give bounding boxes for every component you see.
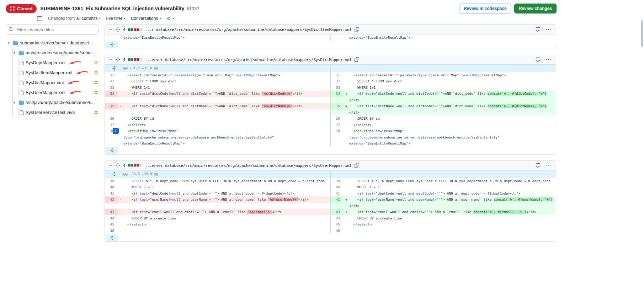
- expand-diff-button[interactable]: [106, 41, 118, 48]
- collapse-file-chevron-icon[interactable]: [108, 27, 113, 32]
- tree-file-item[interactable]: SysUserMapper.xml: [6, 88, 99, 98]
- line-number[interactable]: 45: [331, 221, 344, 228]
- line-number[interactable]: 34: [331, 91, 344, 97]
- tree-file-item[interactable]: SysDictMapper.xml: [6, 78, 99, 88]
- tree-folder-item[interactable]: ▾main/resources/org/apache/subm...: [6, 48, 99, 58]
- line-number[interactable]: 46: [105, 228, 118, 234]
- diff-line-old: 36 ORDER BY id: [105, 115, 330, 122]
- file-kebab-menu-icon[interactable]: [546, 27, 551, 32]
- tree-file-item[interactable]: SysUserServiceTest.java: [6, 108, 99, 118]
- file-changes-count: 4: [123, 163, 125, 168]
- file-tree-toggle-icon[interactable]: [37, 16, 42, 21]
- chevron-down-icon[interactable]: ▾: [8, 41, 11, 45]
- file-comment-icon[interactable]: [536, 27, 541, 32]
- conversations-dropdown[interactable]: Conversations ▾: [131, 16, 161, 21]
- diff-code-row: 40 WHERE 1 = 140 WHERE 1 = 1: [105, 184, 556, 190]
- copy-path-icon[interactable]: [355, 57, 359, 62]
- page-scrollbar-thumb[interactable]: [641, 20, 643, 47]
- diff-settings-dropdown[interactable]: ⚙ ▾: [167, 16, 174, 21]
- code-text: ORDER BY a.create_time: [349, 215, 556, 222]
- code-text: WHERE 1=1: [123, 85, 330, 91]
- expand-hunk-icon[interactable]: [105, 172, 123, 176]
- line-number[interactable]: 45: [105, 221, 118, 228]
- diff-sign: -: [118, 103, 123, 109]
- tree-folder-item[interactable]: ▾test/java/org/apache/submarine/s...: [6, 98, 99, 108]
- diff-line-new: 45 </select>: [331, 221, 556, 228]
- diff-file-section: 4...erver-database/src/main/resources/or…: [105, 160, 556, 242]
- review-in-codespace-button[interactable]: Review in codespace: [459, 4, 511, 13]
- code-text: <if test="email!=null and email!=''"> AN…: [123, 209, 330, 215]
- file-modified-status-square: [95, 71, 97, 74]
- line-number[interactable]: 42: [105, 196, 118, 203]
- file-icon: [19, 91, 24, 95]
- line-number[interactable]: 35: [105, 103, 118, 109]
- line-number[interactable]: 40: [105, 184, 118, 190]
- line-number[interactable]: 33: [331, 85, 344, 91]
- chevron-down-icon[interactable]: ▾: [14, 51, 17, 55]
- line-number[interactable]: 44: [331, 215, 344, 222]
- line-number[interactable]: 37: [331, 122, 344, 128]
- file-comment-icon[interactable]: [536, 163, 541, 168]
- diff-line-new: 33 WHERE 1=1: [331, 85, 556, 91]
- file-kebab-menu-icon[interactable]: [546, 57, 551, 62]
- line-number[interactable]: 39: [331, 178, 344, 184]
- expand-diff-button[interactable]: [106, 147, 118, 154]
- line-number[interactable]: 31: [105, 72, 118, 78]
- copy-path-icon[interactable]: [355, 27, 359, 32]
- line-number[interactable]: 33: [105, 85, 118, 91]
- diff-line-old: 33 WHERE 1=1: [105, 85, 330, 91]
- line-number[interactable]: 40: [331, 184, 344, 190]
- diff-code-row: 37 </select>37 </select>: [105, 122, 556, 128]
- tree-folder-item[interactable]: ▾submarine-server/server-database/...: [6, 38, 99, 48]
- collapse-file-chevron-icon[interactable]: [108, 58, 113, 62]
- drag-file-handle-icon[interactable]: [116, 27, 120, 32]
- changes-from-dropdown[interactable]: Changes from all commits ▾: [48, 16, 100, 21]
- line-number[interactable]: 34: [105, 91, 118, 97]
- file-filter-dropdown[interactable]: File filter ▾: [106, 16, 125, 21]
- line-number[interactable]: 36: [105, 115, 118, 122]
- code-text: <if test="deptCode!=null and deptCode!='…: [349, 190, 556, 197]
- collapse-file-chevron-icon[interactable]: [108, 163, 113, 168]
- expand-hunk-icon[interactable]: [105, 66, 123, 71]
- tree-file-item[interactable]: SysDeptMapper.xml: [6, 58, 99, 68]
- copy-path-icon[interactable]: [355, 163, 359, 168]
- line-number[interactable]: 43: [331, 209, 344, 215]
- diff-line-old: extends="BaseEntityResultMap">: [105, 34, 330, 41]
- line-number[interactable]: 46: [331, 228, 344, 234]
- line-number[interactable]: 38: [331, 128, 344, 134]
- drag-file-handle-icon[interactable]: [116, 163, 120, 168]
- review-changes-button[interactable]: Review changes: [514, 4, 557, 13]
- line-number[interactable]: 32: [331, 78, 344, 85]
- line-number[interactable]: 39: [105, 178, 118, 184]
- folder-icon: [19, 50, 24, 55]
- line-number[interactable]: 36: [331, 115, 344, 122]
- code-text: ORDER BY a.create_time: [123, 215, 330, 222]
- line-number[interactable]: 44: [105, 215, 118, 222]
- line-number[interactable]: 37: [105, 122, 118, 128]
- line-number[interactable]: 31: [331, 72, 344, 78]
- line-number[interactable]: 43: [105, 209, 118, 215]
- file-comment-icon[interactable]: [536, 57, 541, 62]
- diff-code-row: 42- <if test="userName!=null and userNam…: [105, 196, 556, 209]
- line-number[interactable]: 32: [105, 78, 118, 85]
- line-number[interactable]: 35: [331, 103, 344, 109]
- line-number[interactable]: 41: [105, 190, 118, 197]
- line-number[interactable]: 42: [331, 196, 344, 203]
- code-text: WHERE 1=1: [349, 85, 556, 91]
- chevron-down-icon: ▾: [124, 17, 125, 20]
- chevron-down-icon[interactable]: ▾: [14, 101, 17, 104]
- add-line-comment-button[interactable]: +: [113, 128, 119, 134]
- diff-line-new: 39 SELECT a.*, b.dept_name FROM sys_user…: [331, 178, 556, 184]
- file-kebab-menu-icon[interactable]: [546, 163, 551, 168]
- diff-line-new: 44 ORDER BY a.create_time: [331, 215, 556, 222]
- diff-sign: +: [344, 103, 349, 109]
- line-number[interactable]: 41: [331, 190, 344, 197]
- filter-changed-files-input[interactable]: [6, 25, 99, 35]
- drag-file-handle-icon[interactable]: [116, 57, 120, 62]
- tree-file-item[interactable]: SysDictItemMapper.xml: [6, 68, 99, 78]
- file-icon: [19, 61, 24, 65]
- expand-diff-button[interactable]: [106, 234, 118, 241]
- diff-sign: -: [118, 91, 123, 97]
- diff-line-old: 39 SELECT a.*, b.dept_name FROM sys_user…: [105, 178, 330, 184]
- diff-line-old: 38 <resultMap id="resultMap" type="org.a…: [105, 128, 330, 147]
